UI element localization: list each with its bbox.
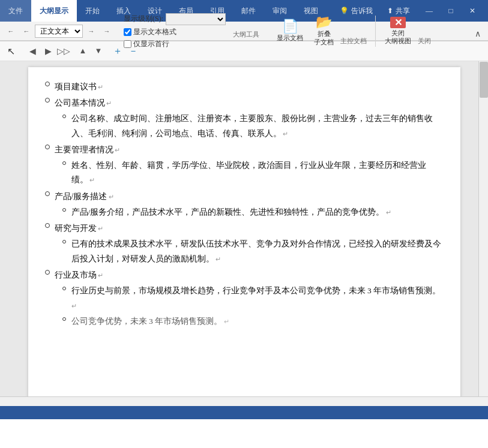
list-item: 公司基本情况 ↵ [40,95,442,110]
list-item: 主要管理者情况 ↵ [40,142,442,157]
cursor-icon: ↖ [4,44,18,58]
bullet-icon [40,145,55,149]
move-down-button[interactable]: ▼ [91,44,106,58]
level-dropdown[interactable] [166,13,226,25]
expand-item-button[interactable]: ＋ [110,44,125,58]
share-icon: ⬆ [387,7,393,16]
bullet-icon [57,114,71,118]
horizontal-scrollbar[interactable] [0,396,488,406]
paragraph-mark: ↵ [222,318,229,325]
bullet-icon [40,270,55,275]
nav-forward-2[interactable]: → [100,24,114,38]
master-doc-label: 主控文档 [340,37,367,46]
bullet-icon [40,98,55,103]
list-item: 产品/服务描述 ↵ [40,189,442,204]
level-label: 显示级别(S): [124,14,163,24]
show-format-checkbox[interactable]: 显示文本格式 [124,27,226,37]
list-item: 研究与开发 ↵ [40,221,442,236]
nav-back-2[interactable]: ← [19,24,34,38]
bullet-icon [57,239,71,243]
vertical-scrollbar[interactable] [478,61,488,396]
list-item: 已有的技术成果及技术水平，研发队伍技术水平、竞争力及对外合作情况，已经投入的研发… [57,237,442,266]
close-section-label: 关闭 [418,37,431,46]
paragraph-mark: ↵ [97,225,104,232]
outline-text: 项目建议书 ↵ [55,79,442,94]
fold-subdoc-button[interactable]: 📂 折叠 子文档 [310,16,338,47]
bullet-icon [40,191,55,196]
move-up-button[interactable]: ▲ [76,44,90,58]
list-item: 姓名、性别、年龄、籍贯，学历/学位、毕业院校，政治面目，行业从业年限，主要经历和… [57,158,442,188]
demote-button[interactable]: ▶ [41,44,55,58]
list-item: 产品/服务介绍，产品技术水平，产品的新颖性、先进性和独特性，产品的竞争优势。 ↵ [57,205,442,220]
tab-start[interactable]: 开始 [77,0,108,22]
outline-text: 公司基本情况 ↵ [55,95,442,110]
nav-forward-1[interactable]: → [84,24,98,38]
outline-text: 产品/服务描述 ↵ [55,189,442,204]
outline-tools-label: 大纲工具 [233,30,259,39]
document-area[interactable]: 项目建议书 ↵公司基本情况 ↵公司名称、成立时间、注册地区、注册资本，主要股东、… [0,61,488,396]
promote-button[interactable]: ◀ [25,44,40,58]
bullet-icon [57,161,71,165]
status-bar [0,406,488,419]
paragraph-mark: ↵ [214,255,221,263]
doc-page: 项目建议书 ↵公司基本情况 ↵公司名称、成立时间、注册地区、注册资本，主要股东、… [28,67,460,396]
list-item: 公司竞争优势，未来 3 年市场销售预测。 ↵ [57,314,442,329]
bullet-icon [57,208,71,212]
outline-list: 项目建议书 ↵公司基本情况 ↵公司名称、成立时间、注册地区、注册资本，主要股东、… [40,79,442,329]
tab-mail[interactable]: 邮件 [233,0,264,22]
list-item: 项目建议书 ↵ [40,79,442,94]
fold-icon: 📂 [316,16,332,29]
paragraph-mark: ↵ [97,272,104,279]
outline-text: 已有的技术成果及技术水平，研发队伍技术水平、竞争力及对外合作情况，已经投入的研发… [71,237,442,266]
paragraph-mark: ↵ [282,130,289,137]
demote-to-body-button[interactable]: ▷▷ [56,44,71,58]
outline-text: 公司竞争优势，未来 3 年市场销售预测。 ↵ [71,314,442,329]
ribbon: ← ← 正文文本 → → 显示级别(S): 显示文本格式 仅显示首行 [0,22,488,41]
tab-file[interactable]: 文件 [0,0,31,22]
nav-back-1[interactable]: ← [4,24,18,38]
outline-text: 研究与开发 ↵ [55,221,442,236]
close-outline-button[interactable]: ✕ 关闭 大纲视图 [381,16,415,47]
ribbon-expand-button[interactable]: ∧ [475,29,484,39]
paragraph-mark: ↵ [71,302,77,309]
close-outline-icon: ✕ [390,17,406,28]
maximize-button[interactable]: □ [440,0,462,22]
paragraph-mark: ↵ [384,209,391,216]
ribbon-nav-row: ← ← 正文文本 → → 显示级别(S): 显示文本格式 仅显示首行 [0,22,488,41]
lightbulb-icon: 💡 [340,7,349,16]
list-item: 行业历史与前景，市场规模及增长趋势，行业竞争对手及本公司竞争优势，未来 3 年市… [57,284,442,313]
show-doc-button[interactable]: 📄 显示文档 [273,16,307,47]
paragraph-mark: ↵ [113,146,121,154]
list-item: 公司名称、成立时间、注册地区、注册资本，主要股东、股份比例，主营业务，过去三年的… [57,112,442,141]
close-button[interactable]: ✕ [462,0,483,22]
paragraph-mark: ↵ [88,176,95,184]
list-item: 行业及市场 ↵ [40,267,442,282]
outline-text: 主要管理者情况 ↵ [55,142,442,157]
scrollbar-thumb[interactable] [480,62,488,98]
paragraph-mark: ↵ [97,83,104,91]
outline-text: 产品/服务介绍，产品技术水平，产品的新颖性、先进性和独特性，产品的竞争优势。 ↵ [71,205,442,220]
bullet-icon [40,82,55,86]
outline-text: 姓名、性别、年龄、籍贯，学历/学位、毕业院校，政治面目，行业从业年限，主要经历和… [71,158,442,188]
bullet-icon [57,286,71,290]
collapse-item-button[interactable]: － [126,44,140,58]
paragraph-mark: ↵ [105,100,112,107]
tab-outline[interactable]: 大纲显示 [31,0,77,22]
outline-text: 公司名称、成立时间、注册地区、注册资本，主要股东、股份比例，主营业务，过去三年的… [71,112,442,141]
outline-text: 行业历史与前景，市场规模及增长趋势，行业竞争对手及本公司竞争优势，未来 3 年市… [71,284,442,313]
bullet-icon [40,223,55,228]
bullet-icon [57,317,71,321]
outline-text: 行业及市场 ↵ [55,267,442,282]
paragraph-mark: ↵ [107,193,114,200]
style-select[interactable]: 正文文本 [35,25,83,38]
show-doc-icon: 📄 [282,20,298,33]
